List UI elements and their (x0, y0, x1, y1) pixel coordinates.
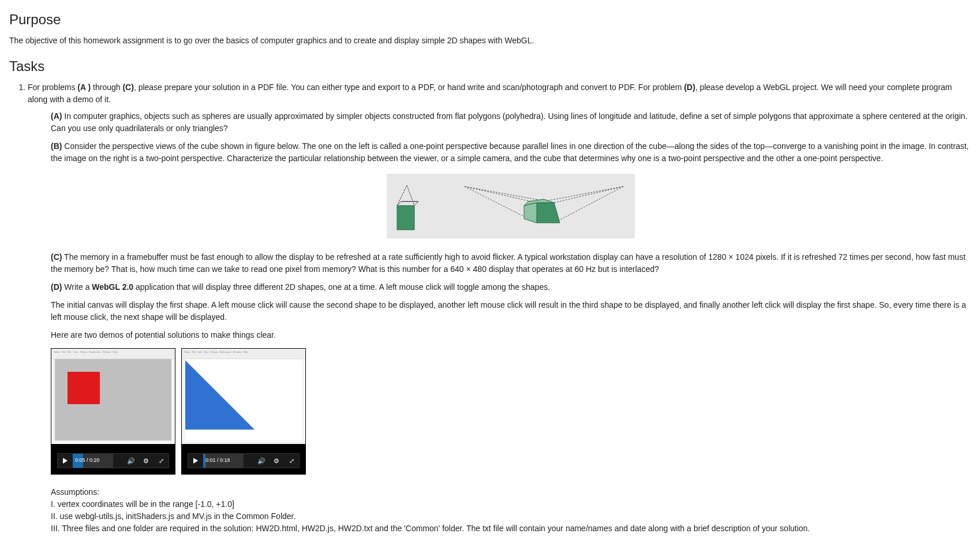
problem-d-label: (D) (51, 282, 62, 292)
task-intro-b1: (A ) (77, 83, 91, 92)
assumptions-heading: Assumptions: (51, 486, 971, 498)
problem-c-label: (C) (51, 252, 62, 262)
fullscreen-button[interactable]: ⤢ (154, 454, 169, 468)
task-intro-b3: (D) (684, 83, 695, 92)
mock-browser-chrome: Safari File Edit View History Bookmarks … (182, 349, 305, 359)
play-button[interactable] (188, 454, 203, 468)
svg-marker-13 (537, 203, 560, 223)
demo-canvas-1 (55, 359, 171, 441)
svg-line-12 (554, 186, 623, 223)
fullscreen-button[interactable]: ⤢ (284, 454, 299, 468)
video-1-controls: 0:05 / 0:20 🔊 ⚙ ⤢ (57, 453, 169, 468)
svg-line-10 (554, 186, 623, 203)
task-1: For problems (A ) through (C), please pr… (28, 81, 971, 535)
video-2-controls: 0:01 / 0:18 🔊 ⚙ ⤢ (188, 453, 300, 468)
problem-a-text: In computer graphics, objects such as sp… (51, 111, 967, 133)
assumption-ii: II. use webgl-utils.js, initShaders.js a… (51, 510, 971, 523)
volume-button[interactable]: 🔊 (254, 454, 269, 468)
svg-line-7 (465, 186, 537, 203)
svg-rect-0 (397, 206, 414, 230)
assumption-i: I. vertex coordinates will be in the ran… (51, 498, 971, 510)
task-intro-pre: For problems (28, 83, 77, 92)
task-intro-mid2: , please prepare your solution in a PDF … (134, 83, 684, 92)
tasks-heading: Tasks (9, 56, 971, 77)
problem-a-label: (A) (51, 111, 62, 121)
perspective-figure (51, 174, 971, 242)
purpose-text: The objective of this homework assignmen… (9, 35, 971, 47)
demo-video-1[interactable]: Safari File Edit View History Bookmarks … (51, 348, 175, 475)
demo-video-2[interactable]: Safari File Edit View History Bookmarks … (181, 348, 306, 475)
volume-button[interactable]: 🔊 (124, 454, 139, 468)
mock-browser-chrome: Safari File Edit View History Bookmarks … (51, 349, 175, 359)
play-icon (193, 458, 198, 464)
settings-button[interactable]: ⚙ (269, 454, 284, 468)
svg-line-6 (414, 201, 418, 206)
problem-b-label: (B) (51, 141, 62, 151)
play-button[interactable] (58, 454, 73, 468)
problem-d-pre: Write a (62, 282, 92, 292)
problem-c-text: The memory in a framebuffer must be fast… (51, 252, 966, 274)
problem-b-text: Consider the perspective views of the cu… (51, 141, 968, 163)
task-intro-mid1: through (91, 83, 122, 92)
settings-button[interactable]: ⚙ (139, 454, 154, 468)
problem-c: (C) The memory in a framebuffer must be … (51, 251, 971, 275)
purpose-heading: Purpose (9, 9, 971, 30)
assumptions: Assumptions: I. vertex coordinates will … (51, 486, 971, 535)
time-display: 0:05 / 0:20 (73, 457, 100, 465)
svg-line-3 (397, 201, 401, 206)
problem-d-post: application that will display three diff… (133, 282, 550, 292)
problem-d: (D) Write a WebGL 2.0 application that w… (51, 281, 971, 293)
problem-d-bold: WebGL 2.0 (92, 282, 133, 292)
video-1-frame: Safari File Edit View History Bookmarks … (51, 349, 175, 444)
progress-bar[interactable]: 0:01 / 0:18 (203, 454, 244, 468)
progress-bar[interactable]: 0:05 / 0:20 (73, 454, 113, 468)
task-intro-b2: (C) (122, 83, 133, 92)
assumption-iii: III. Three files and one folder are requ… (51, 523, 971, 535)
play-icon (63, 458, 68, 464)
problem-b: (B) Consider the perspective views of th… (51, 140, 971, 165)
red-square-shape (68, 372, 100, 404)
problem-d-p2: The initial canvas will display the firs… (51, 299, 971, 323)
blue-triangle-shape (185, 360, 255, 430)
problem-d-p3: Here are two demos of potential solution… (51, 329, 971, 341)
time-display: 0:01 / 0:18 (203, 457, 230, 465)
svg-line-11 (537, 186, 623, 203)
svg-line-1 (397, 185, 407, 206)
demo-canvas-2 (185, 359, 302, 441)
video-2-frame: Safari File Edit View History Bookmarks … (182, 349, 305, 444)
problem-a: (A) In computer graphics, objects such a… (51, 110, 971, 135)
svg-marker-14 (524, 203, 537, 223)
